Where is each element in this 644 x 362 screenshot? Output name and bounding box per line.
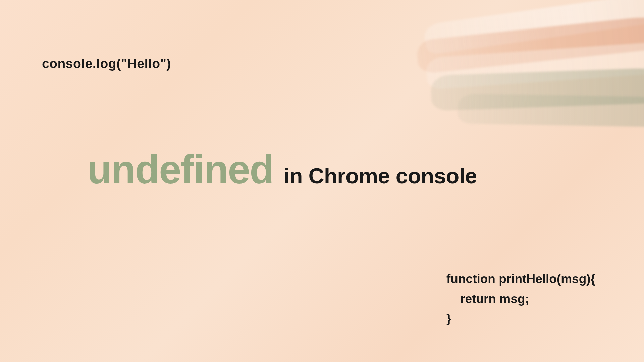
- title-rest-text: in Chrome console: [283, 163, 477, 188]
- main-title: undefined in Chrome console: [87, 149, 477, 189]
- brush-stroke-white-2: [426, 40, 644, 90]
- code-snippet-top: console.log("Hello"): [42, 56, 171, 71]
- brush-stroke-terracotta: [416, 13, 644, 74]
- code-snippet-bottom: function printHello(msg){ return msg; }: [446, 269, 595, 328]
- brush-stroke-sage-2: [458, 94, 644, 127]
- brush-stroke-sage-1: [431, 67, 644, 111]
- decorative-brush-strokes: [362, 0, 644, 154]
- brush-stroke-white-1: [423, 0, 644, 55]
- title-highlighted-word: undefined: [87, 149, 273, 189]
